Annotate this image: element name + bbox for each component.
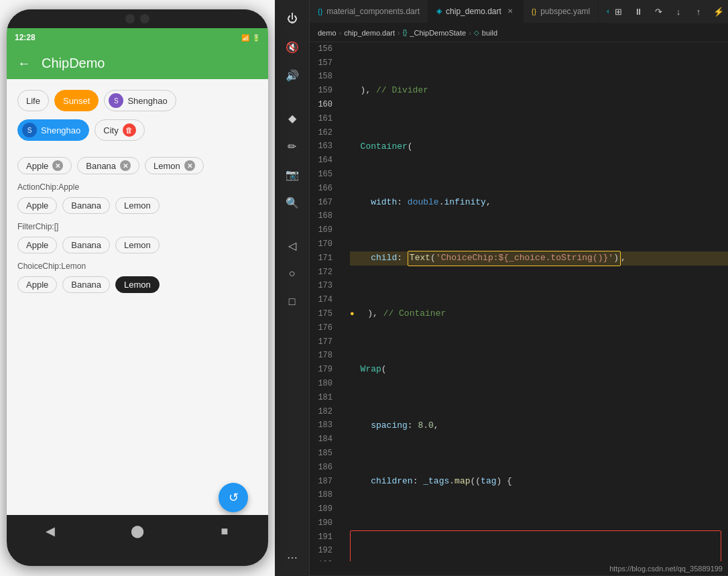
filter-chip-apple-x[interactable]: Apple ✕ bbox=[17, 157, 72, 174]
filter-chip-banana-2[interactable]: Banana bbox=[62, 237, 110, 253]
choice-chip-banana-2[interactable]: Banana bbox=[62, 276, 110, 293]
code-panel: {} material_components.dart ◈ chip_demo.… bbox=[310, 0, 728, 576]
action-chip-apple[interactable]: Apple bbox=[17, 197, 57, 214]
back-button[interactable]: ← bbox=[17, 56, 31, 71]
action-chip-row: Apple Banana Lemon bbox=[17, 197, 257, 214]
diamond-icon[interactable]: ◆ bbox=[279, 105, 306, 131]
error-box bbox=[350, 530, 721, 561]
phone-outer: 12:28 📶 🔋 ← ChipDemo Life bbox=[7, 9, 268, 566]
fab-button[interactable]: ↺ bbox=[219, 483, 248, 512]
ln-161: 161 bbox=[310, 112, 339, 126]
filter-chip-lemon-x-label: Lemon bbox=[154, 161, 180, 171]
ln-170: 170 bbox=[310, 237, 339, 251]
ln-183: 183 bbox=[310, 419, 339, 433]
input-chip-city[interactable]: City 🗑 bbox=[95, 119, 144, 141]
action-chip-banana[interactable]: Banana bbox=[62, 197, 110, 214]
banana-x-icon[interactable]: ✕ bbox=[120, 160, 131, 171]
back-icon[interactable]: ◁ bbox=[279, 232, 306, 259]
ln-185: 185 bbox=[310, 447, 339, 461]
status-bar-url: https://blog.csdn.net/qq_35889199 bbox=[310, 561, 728, 576]
choice-chip-sunset-label: Sunset bbox=[63, 96, 90, 106]
input-chip-shenghao-label: Shenghao bbox=[41, 125, 80, 135]
apple-x-icon[interactable]: ✕ bbox=[52, 160, 63, 171]
choice-chip-sunset[interactable]: Sunset bbox=[54, 90, 99, 111]
zoom-icon[interactable]: 🔍 bbox=[279, 189, 306, 216]
action-chip-lemon[interactable]: Lemon bbox=[115, 197, 160, 214]
camera-left bbox=[125, 14, 135, 23]
filter-chip-label: FilterChip:[] bbox=[17, 222, 257, 231]
square-icon[interactable]: □ bbox=[279, 288, 306, 315]
ln-162: 162 bbox=[310, 126, 339, 140]
spacer-1 bbox=[17, 149, 257, 157]
ln-169: 169 bbox=[310, 223, 339, 237]
shenghao-avatar: S bbox=[109, 93, 123, 108]
breadcrumb-method: build bbox=[482, 29, 497, 37]
app-bar: ← ChipDemo bbox=[7, 47, 268, 79]
ln-160: 160 bbox=[310, 98, 339, 112]
volume-icon[interactable]: 🔊 bbox=[279, 62, 306, 89]
choice-chip-life[interactable]: Life bbox=[17, 90, 49, 111]
choice-chip-row-1: Life Sunset S Shenghao bbox=[17, 90, 257, 111]
choice-chip-apple-2[interactable]: Apple bbox=[17, 276, 57, 293]
ln-176: 176 bbox=[310, 321, 339, 335]
ln-179: 179 bbox=[310, 363, 339, 377]
tab-material-components[interactable]: {} material_components.dart bbox=[310, 0, 428, 23]
code-line-163: children: _tags.map((tag) { bbox=[350, 475, 728, 489]
lemon-x-icon[interactable]: ✕ bbox=[184, 160, 195, 171]
tab-material-label: material_components.dart bbox=[326, 7, 420, 16]
filter-chip-apple-2-label: Apple bbox=[26, 240, 48, 250]
more-icon[interactable]: ⋯ bbox=[279, 544, 306, 571]
breadcrumb-file: chip_demo.dart bbox=[344, 29, 395, 37]
screen-content: Life Sunset S Shenghao S bbox=[7, 79, 268, 515]
code-box-region: return ChoiceChip( label: Text(tag), sel… bbox=[350, 530, 728, 561]
power-icon[interactable]: ⏻ bbox=[279, 5, 306, 32]
ln-171: 171 bbox=[310, 251, 339, 266]
tab-close-chip-demo[interactable]: ✕ bbox=[505, 7, 515, 16]
filter-chip-lemon-2[interactable]: Lemon bbox=[115, 237, 160, 253]
step-out-button[interactable]: ↑ bbox=[689, 3, 708, 21]
code-line-157: Container( bbox=[350, 140, 728, 154]
ln-157: 157 bbox=[310, 56, 339, 70]
choice-chip-shenghao[interactable]: S Shenghao bbox=[104, 90, 176, 111]
yaml-icon: {} bbox=[532, 7, 536, 15]
nav-back-button[interactable]: ◀ bbox=[40, 520, 61, 542]
circle-icon[interactable]: ○ bbox=[279, 260, 306, 287]
ln-191: 191 bbox=[310, 530, 339, 544]
ln-166: 166 bbox=[310, 182, 339, 196]
ln-159: 159 bbox=[310, 84, 339, 98]
nav-home-button[interactable]: ⬤ bbox=[127, 520, 148, 542]
filter-chip-apple-2[interactable]: Apple bbox=[17, 237, 57, 253]
step-over-button[interactable]: ↷ bbox=[649, 3, 668, 21]
grid-icon[interactable]: ⊞ bbox=[609, 3, 627, 21]
filter-chip-banana-x[interactable]: Banana ✕ bbox=[77, 157, 139, 174]
edit-icon[interactable]: ✏ bbox=[279, 133, 306, 160]
phone-panel: 12:28 📶 🔋 ← ChipDemo Life bbox=[0, 0, 275, 576]
action-chip-lemon-label: Lemon bbox=[124, 200, 151, 211]
ln-164: 164 bbox=[310, 154, 339, 168]
choice-chip-lemon-2[interactable]: Lemon bbox=[115, 276, 160, 293]
continue-button[interactable]: ⚡ bbox=[709, 3, 728, 21]
ln-177: 177 bbox=[310, 335, 339, 349]
code-line-161: Wrap( bbox=[350, 363, 728, 377]
filter-chip-row-x: Apple ✕ Banana ✕ Lemon ✕ bbox=[17, 157, 257, 174]
code-area[interactable]: 156 157 158 159 160 161 162 163 164 165 … bbox=[310, 42, 728, 561]
ln-188: 188 bbox=[310, 489, 339, 503]
choice-chip-banana-2-label: Banana bbox=[71, 280, 101, 290]
shenghao-avatar-2: S bbox=[22, 123, 37, 137]
input-chip-shenghao[interactable]: S Shenghao bbox=[17, 119, 89, 141]
tab-chip-demo[interactable]: ◈ chip_demo.dart ✕ bbox=[428, 0, 524, 23]
camera-right bbox=[140, 14, 149, 23]
step-into-button[interactable]: ↓ bbox=[669, 3, 688, 21]
nav-recents-button[interactable]: ■ bbox=[214, 520, 235, 542]
ln-165: 165 bbox=[310, 168, 339, 182]
pause-button[interactable]: ⏸ bbox=[629, 3, 648, 21]
city-delete-icon[interactable]: 🗑 bbox=[123, 123, 136, 137]
filter-chip-banana-2-label: Banana bbox=[71, 240, 101, 250]
tab-pubspec[interactable]: {} pubspec.yaml bbox=[524, 0, 599, 23]
filter-chip-lemon-x[interactable]: Lemon ✕ bbox=[145, 157, 204, 174]
mute-icon[interactable]: 🔇 bbox=[279, 34, 306, 60]
ln-163: 163 bbox=[310, 140, 339, 154]
code-line-159: child: Text('ChoiceChip:${_choice.toStri… bbox=[350, 251, 728, 266]
camera-icon[interactable]: 📷 bbox=[279, 161, 306, 188]
fab-icon: ↺ bbox=[229, 490, 239, 505]
